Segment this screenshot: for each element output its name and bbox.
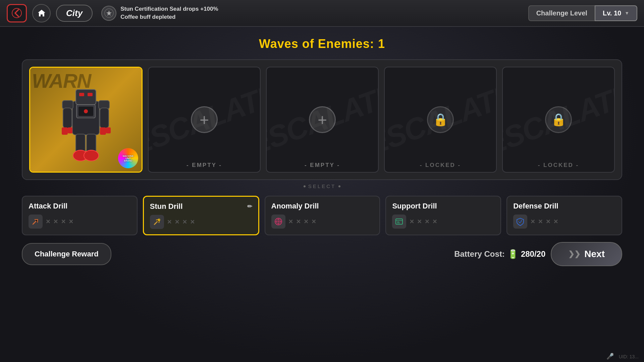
- buff-icon: [101, 6, 116, 21]
- enemy-slot-3[interactable]: ESCALATE + - EMPTY -: [266, 67, 379, 173]
- challenge-level-area: Challenge Level Lv. 10 ▼: [528, 5, 637, 21]
- defense-drill-icon: [513, 215, 527, 229]
- anomaly-drill-name: Anomaly Drill: [271, 202, 374, 210]
- enemy-slot-5: ESCALATE 🔒 - LOCKED -: [502, 67, 615, 173]
- dropdown-arrow-icon: ▼: [625, 10, 629, 16]
- add-enemy-button-2[interactable]: +: [191, 106, 218, 133]
- back-button[interactable]: [7, 4, 27, 22]
- defense-drill-name: Defense Drill: [513, 202, 615, 210]
- attack-slot-2: ×: [54, 217, 58, 226]
- stun-slot-3: ×: [183, 218, 187, 226]
- svg-point-0: [12, 8, 21, 18]
- stun-drill-slots: × × × ×: [150, 215, 252, 229]
- enemy-slot-4: ESCALATE 🔒 - LOCKED -: [384, 67, 497, 173]
- machine-badge: MACHINEUNITBRAND: [118, 148, 138, 168]
- empty-label-3: - EMPTY -: [267, 159, 378, 172]
- robot-card-image: WARN: [30, 68, 142, 172]
- uid-display: UID: 13...: [619, 354, 639, 359]
- defense-slot-1: ×: [531, 217, 535, 226]
- support-drill-icon: [392, 215, 406, 229]
- svg-rect-5: [88, 93, 93, 96]
- anomaly-drill-icon: [271, 215, 285, 229]
- right-bottom-area: Battery Cost: 🔋 280/20 ❯❯ Next: [454, 242, 622, 266]
- home-button[interactable]: [32, 4, 51, 22]
- attack-slot-3: ×: [61, 217, 66, 226]
- attack-drill-icon: [29, 215, 43, 229]
- lock-icon-4: 🔒: [427, 106, 454, 133]
- anomaly-slot-1: ×: [289, 217, 293, 226]
- microphone-icon[interactable]: 🎤: [606, 353, 614, 360]
- attack-slot-4: ×: [69, 217, 73, 226]
- svg-rect-15: [106, 127, 111, 133]
- svg-rect-13: [68, 127, 72, 133]
- anomaly-drill-slots: × × × ×: [271, 215, 374, 229]
- next-button[interactable]: ❯❯ Next: [551, 242, 622, 266]
- support-slot-3: ×: [425, 217, 429, 226]
- stun-slot-2: ×: [175, 218, 179, 226]
- support-slot-1: ×: [410, 217, 414, 226]
- buff-area: Stun Certification Seal drops +100% Coff…: [101, 5, 218, 21]
- support-slot-4: ×: [433, 217, 437, 226]
- main-content: Waves of Enemies: 1 WARN: [0, 27, 644, 362]
- defense-slot-2: ×: [538, 217, 543, 226]
- battery-cost-display: Battery Cost: 🔋 280/20: [454, 249, 545, 259]
- stun-slot-4: ×: [190, 218, 195, 226]
- svg-rect-14: [100, 127, 106, 135]
- stun-drill-edit-icon[interactable]: ✏: [247, 203, 252, 210]
- stun-slot-1: ×: [167, 218, 172, 226]
- buff-text: Stun Certification Seal drops +100% Coff…: [120, 5, 218, 21]
- support-slot-2: ×: [417, 217, 422, 226]
- defense-drill-slots: × × × ×: [513, 215, 615, 229]
- bottombar: Challenge Reward Battery Cost: 🔋 280/20 …: [22, 242, 622, 266]
- defense-slot-4: ×: [554, 217, 558, 226]
- add-enemy-button-3[interactable]: +: [309, 106, 336, 133]
- stun-drill-name: Stun Drill ✏: [150, 202, 252, 211]
- attack-drill-slots: × × × ×: [29, 215, 131, 229]
- select-indicator: SELECT: [304, 183, 340, 189]
- svg-point-19: [84, 150, 99, 161]
- enemy-cards-container: WARN: [22, 59, 622, 180]
- svg-rect-10: [63, 108, 72, 128]
- drill-cards-row: Attack Drill × × × ×: [22, 196, 622, 235]
- svg-rect-4: [79, 93, 84, 96]
- anomaly-slot-3: ×: [304, 217, 308, 226]
- locked-label-5: - LOCKED -: [503, 159, 614, 172]
- waves-title: Waves of Enemies: 1: [259, 37, 385, 51]
- challenge-level-label: Challenge Level: [528, 5, 595, 21]
- svg-rect-12: [62, 127, 68, 135]
- drill-card-anomaly[interactable]: Anomaly Drill × ×: [265, 196, 380, 235]
- battery-value: 280/20: [521, 249, 545, 259]
- enemy-slot-1[interactable]: WARN: [29, 67, 143, 173]
- support-drill-slots: × × × ×: [392, 215, 494, 229]
- robot-illustration: [49, 71, 123, 168]
- svg-point-22: [158, 219, 160, 221]
- challenge-reward-button[interactable]: Challenge Reward: [22, 243, 111, 265]
- battery-icon: 🔋: [507, 249, 518, 259]
- svg-rect-27: [396, 219, 402, 224]
- attack-slot-1: ×: [46, 217, 50, 226]
- drill-card-defense[interactable]: Defense Drill × × × ×: [506, 196, 622, 235]
- support-drill-name: Support Drill: [392, 202, 494, 210]
- svg-rect-3: [76, 89, 96, 105]
- drill-card-attack[interactable]: Attack Drill × × × ×: [22, 196, 138, 235]
- attack-drill-name: Attack Drill: [29, 202, 131, 210]
- locked-label-4: - LOCKED -: [385, 159, 496, 172]
- drill-cards-container: Attack Drill × × × ×: [22, 189, 622, 235]
- anomaly-slot-4: ×: [312, 217, 316, 226]
- svg-point-20: [84, 109, 88, 113]
- lock-icon-5: 🔒: [545, 106, 572, 133]
- city-label: City: [56, 5, 93, 22]
- topbar: City Stun Certification Seal drops +100%…: [0, 0, 644, 27]
- challenge-level-dropdown[interactable]: Lv. 10 ▼: [595, 5, 637, 21]
- drill-card-stun[interactable]: Stun Drill ✏ × ×: [143, 196, 259, 235]
- empty-label-2: - EMPTY -: [149, 159, 260, 172]
- drill-card-support[interactable]: Support Drill × ×: [385, 196, 501, 235]
- enemy-slot-2[interactable]: ESCALATE + - EMPTY -: [148, 67, 261, 173]
- stun-drill-icon: [150, 215, 164, 229]
- defense-slot-3: ×: [546, 217, 550, 226]
- anomaly-slot-2: ×: [296, 217, 301, 226]
- enemy-slots-row: WARN: [29, 67, 615, 173]
- svg-rect-11: [100, 108, 109, 128]
